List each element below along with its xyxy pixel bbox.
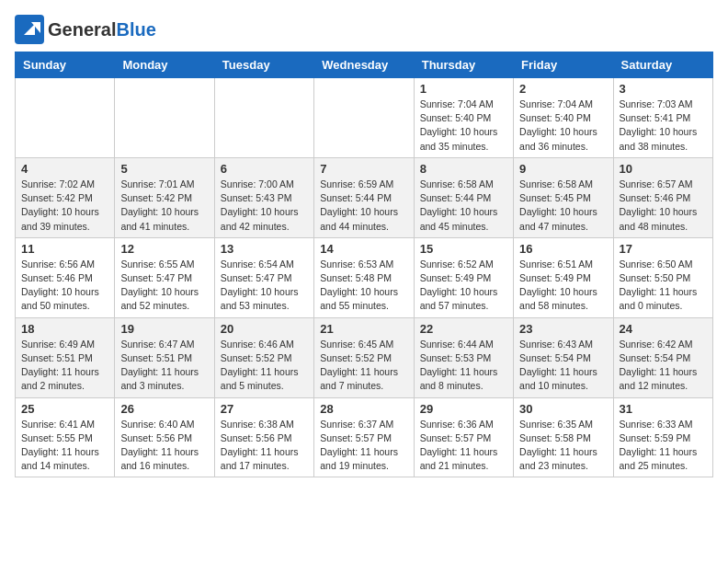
calendar-cell: 11Sunrise: 6:56 AM Sunset: 5:46 PM Dayli… bbox=[16, 237, 115, 317]
logo-general: General bbox=[48, 19, 116, 40]
day-info: Sunrise: 6:59 AM Sunset: 5:44 PM Dayligh… bbox=[320, 178, 407, 234]
calendar-cell: 12Sunrise: 6:55 AM Sunset: 5:47 PM Dayli… bbox=[115, 237, 214, 317]
day-header-monday: Monday bbox=[115, 52, 214, 78]
day-info: Sunrise: 6:55 AM Sunset: 5:47 PM Dayligh… bbox=[120, 258, 208, 314]
day-number: 25 bbox=[21, 402, 108, 416]
day-number: 5 bbox=[120, 162, 208, 176]
calendar-cell: 3Sunrise: 7:03 AM Sunset: 5:41 PM Daylig… bbox=[613, 78, 712, 158]
day-info: Sunrise: 6:44 AM Sunset: 5:53 PM Dayligh… bbox=[420, 338, 507, 394]
day-number: 9 bbox=[519, 162, 607, 176]
day-header-wednesday: Wednesday bbox=[314, 52, 414, 78]
day-info: Sunrise: 6:58 AM Sunset: 5:44 PM Dayligh… bbox=[420, 178, 507, 234]
day-info: Sunrise: 6:50 AM Sunset: 5:50 PM Dayligh… bbox=[620, 258, 707, 314]
calendar-week-4: 18Sunrise: 6:49 AM Sunset: 5:51 PM Dayli… bbox=[16, 317, 713, 397]
day-info: Sunrise: 6:47 AM Sunset: 5:51 PM Dayligh… bbox=[120, 338, 208, 394]
calendar-week-3: 11Sunrise: 6:56 AM Sunset: 5:46 PM Dayli… bbox=[16, 237, 713, 317]
day-number: 10 bbox=[620, 162, 707, 176]
calendar-cell: 8Sunrise: 6:58 AM Sunset: 5:44 PM Daylig… bbox=[414, 157, 513, 237]
day-info: Sunrise: 6:41 AM Sunset: 5:55 PM Dayligh… bbox=[21, 418, 108, 474]
day-info: Sunrise: 6:33 AM Sunset: 5:59 PM Dayligh… bbox=[620, 418, 707, 474]
day-info: Sunrise: 6:38 AM Sunset: 5:56 PM Dayligh… bbox=[221, 418, 308, 474]
day-number: 21 bbox=[320, 322, 407, 336]
day-number: 16 bbox=[519, 242, 607, 256]
day-info: Sunrise: 6:54 AM Sunset: 5:47 PM Dayligh… bbox=[221, 258, 308, 314]
day-number: 3 bbox=[620, 82, 707, 96]
day-info: Sunrise: 6:56 AM Sunset: 5:46 PM Dayligh… bbox=[21, 258, 108, 314]
day-info: Sunrise: 6:57 AM Sunset: 5:46 PM Dayligh… bbox=[620, 178, 707, 234]
day-number: 4 bbox=[21, 162, 108, 176]
day-info: Sunrise: 7:02 AM Sunset: 5:42 PM Dayligh… bbox=[21, 178, 108, 234]
day-info: Sunrise: 6:53 AM Sunset: 5:48 PM Dayligh… bbox=[320, 258, 407, 314]
calendar-cell: 23Sunrise: 6:43 AM Sunset: 5:54 PM Dayli… bbox=[514, 317, 613, 397]
day-info: Sunrise: 6:35 AM Sunset: 5:58 PM Dayligh… bbox=[519, 418, 607, 474]
day-info: Sunrise: 6:51 AM Sunset: 5:49 PM Dayligh… bbox=[519, 258, 607, 314]
day-number: 26 bbox=[120, 402, 208, 416]
day-info: Sunrise: 6:46 AM Sunset: 5:52 PM Dayligh… bbox=[221, 338, 308, 394]
calendar-cell: 17Sunrise: 6:50 AM Sunset: 5:50 PM Dayli… bbox=[613, 237, 712, 317]
day-number: 23 bbox=[519, 322, 607, 336]
day-number: 27 bbox=[221, 402, 308, 416]
calendar-cell: 13Sunrise: 6:54 AM Sunset: 5:47 PM Dayli… bbox=[214, 237, 313, 317]
calendar-cell: 7Sunrise: 6:59 AM Sunset: 5:44 PM Daylig… bbox=[314, 157, 414, 237]
calendar-cell: 16Sunrise: 6:51 AM Sunset: 5:49 PM Dayli… bbox=[514, 237, 613, 317]
calendar-cell: 10Sunrise: 6:57 AM Sunset: 5:46 PM Dayli… bbox=[613, 157, 712, 237]
day-number: 8 bbox=[420, 162, 507, 176]
calendar-cell bbox=[16, 78, 115, 158]
day-number: 18 bbox=[21, 322, 108, 336]
day-info: Sunrise: 6:58 AM Sunset: 5:45 PM Dayligh… bbox=[519, 178, 607, 234]
day-number: 15 bbox=[420, 242, 507, 256]
day-number: 1 bbox=[420, 82, 507, 96]
day-number: 7 bbox=[320, 162, 407, 176]
day-number: 31 bbox=[620, 402, 707, 416]
day-number: 6 bbox=[221, 162, 308, 176]
calendar-cell: 19Sunrise: 6:47 AM Sunset: 5:51 PM Dayli… bbox=[115, 317, 214, 397]
calendar-cell bbox=[314, 78, 414, 158]
calendar-cell: 30Sunrise: 6:35 AM Sunset: 5:58 PM Dayli… bbox=[514, 397, 613, 477]
calendar-cell: 28Sunrise: 6:37 AM Sunset: 5:57 PM Dayli… bbox=[314, 397, 414, 477]
day-number: 14 bbox=[320, 242, 407, 256]
calendar-table: SundayMondayTuesdayWednesdayThursdayFrid… bbox=[15, 52, 713, 477]
calendar-cell: 1Sunrise: 7:04 AM Sunset: 5:40 PM Daylig… bbox=[414, 78, 513, 158]
calendar-cell: 15Sunrise: 6:52 AM Sunset: 5:49 PM Dayli… bbox=[414, 237, 513, 317]
day-info: Sunrise: 6:45 AM Sunset: 5:52 PM Dayligh… bbox=[320, 338, 407, 394]
calendar-cell bbox=[214, 78, 313, 158]
day-number: 30 bbox=[519, 402, 607, 416]
calendar-week-1: 1Sunrise: 7:04 AM Sunset: 5:40 PM Daylig… bbox=[16, 78, 713, 158]
day-number: 11 bbox=[21, 242, 108, 256]
day-info: Sunrise: 6:52 AM Sunset: 5:49 PM Dayligh… bbox=[420, 258, 507, 314]
day-number: 2 bbox=[519, 82, 607, 96]
calendar-cell: 26Sunrise: 6:40 AM Sunset: 5:56 PM Dayli… bbox=[115, 397, 214, 477]
day-info: Sunrise: 7:00 AM Sunset: 5:43 PM Dayligh… bbox=[221, 178, 308, 234]
calendar-cell: 29Sunrise: 6:36 AM Sunset: 5:57 PM Dayli… bbox=[414, 397, 513, 477]
calendar-cell: 5Sunrise: 7:01 AM Sunset: 5:42 PM Daylig… bbox=[115, 157, 214, 237]
calendar-cell: 25Sunrise: 6:41 AM Sunset: 5:55 PM Dayli… bbox=[16, 397, 115, 477]
day-number: 24 bbox=[620, 322, 707, 336]
calendar-cell: 2Sunrise: 7:04 AM Sunset: 5:40 PM Daylig… bbox=[514, 78, 613, 158]
day-info: Sunrise: 6:43 AM Sunset: 5:54 PM Dayligh… bbox=[519, 338, 607, 394]
calendar-cell: 24Sunrise: 6:42 AM Sunset: 5:54 PM Dayli… bbox=[613, 317, 712, 397]
calendar-week-5: 25Sunrise: 6:41 AM Sunset: 5:55 PM Dayli… bbox=[16, 397, 713, 477]
day-number: 20 bbox=[221, 322, 308, 336]
day-number: 13 bbox=[221, 242, 308, 256]
calendar-cell: 18Sunrise: 6:49 AM Sunset: 5:51 PM Dayli… bbox=[16, 317, 115, 397]
calendar-cell: 21Sunrise: 6:45 AM Sunset: 5:52 PM Dayli… bbox=[314, 317, 414, 397]
day-number: 22 bbox=[420, 322, 507, 336]
calendar-cell: 31Sunrise: 6:33 AM Sunset: 5:59 PM Dayli… bbox=[613, 397, 712, 477]
calendar-cell: 9Sunrise: 6:58 AM Sunset: 5:45 PM Daylig… bbox=[514, 157, 613, 237]
calendar-cell: 27Sunrise: 6:38 AM Sunset: 5:56 PM Dayli… bbox=[214, 397, 313, 477]
day-info: Sunrise: 6:37 AM Sunset: 5:57 PM Dayligh… bbox=[320, 418, 407, 474]
calendar-cell: 20Sunrise: 6:46 AM Sunset: 5:52 PM Dayli… bbox=[214, 317, 313, 397]
calendar-cell: 14Sunrise: 6:53 AM Sunset: 5:48 PM Dayli… bbox=[314, 237, 414, 317]
logo-blue: Blue bbox=[116, 19, 155, 40]
day-number: 19 bbox=[120, 322, 208, 336]
logo: GeneralBlue bbox=[15, 15, 156, 44]
day-number: 29 bbox=[420, 402, 507, 416]
calendar-cell: 22Sunrise: 6:44 AM Sunset: 5:53 PM Dayli… bbox=[414, 317, 513, 397]
calendar-cell: 6Sunrise: 7:00 AM Sunset: 5:43 PM Daylig… bbox=[214, 157, 313, 237]
day-number: 17 bbox=[620, 242, 707, 256]
day-info: Sunrise: 7:01 AM Sunset: 5:42 PM Dayligh… bbox=[120, 178, 208, 234]
day-info: Sunrise: 7:04 AM Sunset: 5:40 PM Dayligh… bbox=[519, 98, 607, 154]
day-info: Sunrise: 7:04 AM Sunset: 5:40 PM Dayligh… bbox=[420, 98, 507, 154]
day-header-friday: Friday bbox=[514, 52, 613, 78]
day-info: Sunrise: 6:42 AM Sunset: 5:54 PM Dayligh… bbox=[620, 338, 707, 394]
